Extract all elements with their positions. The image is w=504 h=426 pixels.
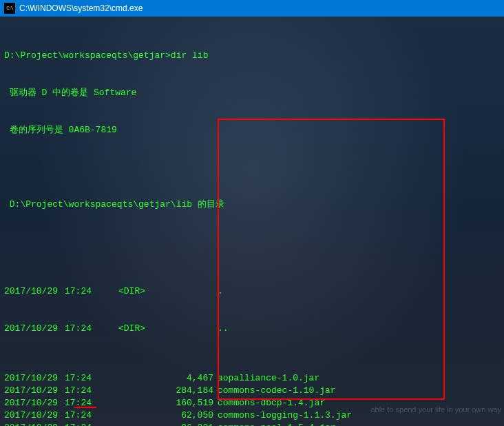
dir-marker — [118, 397, 168, 409]
entry-date: 2017/10/29 — [4, 323, 65, 335]
dir-entry-current: 2017/10/29 17:24 <DIR> . — [4, 285, 500, 298]
entry-size — [168, 323, 218, 335]
entry-name: commons-logging-1.1.3.jar — [218, 409, 500, 422]
entry-date: 2017/10/29 — [4, 397, 65, 409]
entry-date: 2017/10/29 — [4, 385, 65, 397]
entry-size: 4,467 — [168, 372, 218, 385]
entry-date: 2017/10/29 — [4, 372, 65, 385]
entry-time: 17:24 — [65, 323, 118, 335]
entry-time: 17:24 — [65, 372, 118, 385]
entry-time: 17:24 — [65, 409, 118, 422]
entry-name: aopalliance-1.0.jar — [218, 372, 500, 385]
entry-name: . — [218, 285, 500, 298]
file-entry: 2017/10/2917:2496,221commons-pool-1.5.4.… — [4, 422, 500, 426]
file-entry: 2017/10/2917:24160,519commons-dbcp-1.4.j… — [4, 397, 500, 409]
entry-name: commons-dbcp-1.4.jar — [218, 397, 500, 409]
entry-date: 2017/10/29 — [4, 409, 65, 422]
entry-time: 17:24 — [65, 285, 118, 298]
file-listing: 2017/10/2917:244,467aopalliance-1.0.jar2… — [4, 372, 500, 426]
entry-time: 17:24 — [65, 385, 118, 397]
volume-info: 驱动器 D 中的卷是 Software — [4, 87, 500, 99]
dir-marker — [118, 385, 168, 397]
blank-line — [4, 161, 500, 174]
entry-date: 2017/10/29 — [4, 422, 65, 426]
serial-info: 卷的序列号是 0A6B-7819 — [4, 124, 500, 136]
terminal-output[interactable]: D:\Project\workspaceqts\getjar>dir lib 驱… — [0, 17, 504, 426]
file-entry: 2017/10/2917:2462,050commons-logging-1.1… — [4, 409, 500, 422]
window-title: C:\WINDOWS\system32\cmd.exe — [19, 3, 143, 13]
entry-name: .. — [218, 323, 500, 335]
entry-name: commons-codec-1.10.jar — [218, 385, 500, 397]
directory-header: D:\Project\workspaceqts\getjar\lib 的目录 — [4, 199, 500, 211]
entry-size: 96,221 — [168, 422, 218, 426]
entry-name: commons-pool-1.5.4.jar — [218, 422, 500, 426]
dir-entry-parent: 2017/10/29 17:24 <DIR> .. — [4, 323, 500, 335]
dir-marker: <DIR> — [118, 323, 168, 335]
entry-time: 17:24 — [65, 397, 118, 409]
entry-time: 17:24 — [65, 422, 118, 426]
dir-marker — [118, 372, 168, 385]
command-prompt-line: D:\Project\workspaceqts\getjar>dir lib — [4, 50, 500, 62]
entry-size: 160,519 — [168, 397, 218, 409]
file-entry: 2017/10/2917:24284,184commons-codec-1.10… — [4, 385, 500, 397]
dir-marker — [118, 409, 168, 422]
entry-size: 284,184 — [168, 385, 218, 397]
dir-marker: <DIR> — [118, 285, 168, 298]
entry-size — [168, 285, 218, 298]
blank-line — [4, 236, 500, 248]
window-titlebar[interactable]: C:\WINDOWS\system32\cmd.exe — [0, 0, 504, 17]
file-entry: 2017/10/2917:244,467aopalliance-1.0.jar — [4, 372, 500, 385]
entry-size: 62,050 — [168, 409, 218, 422]
dir-marker — [118, 422, 168, 426]
entry-date: 2017/10/29 — [4, 285, 65, 298]
cmd-icon — [4, 3, 15, 14]
